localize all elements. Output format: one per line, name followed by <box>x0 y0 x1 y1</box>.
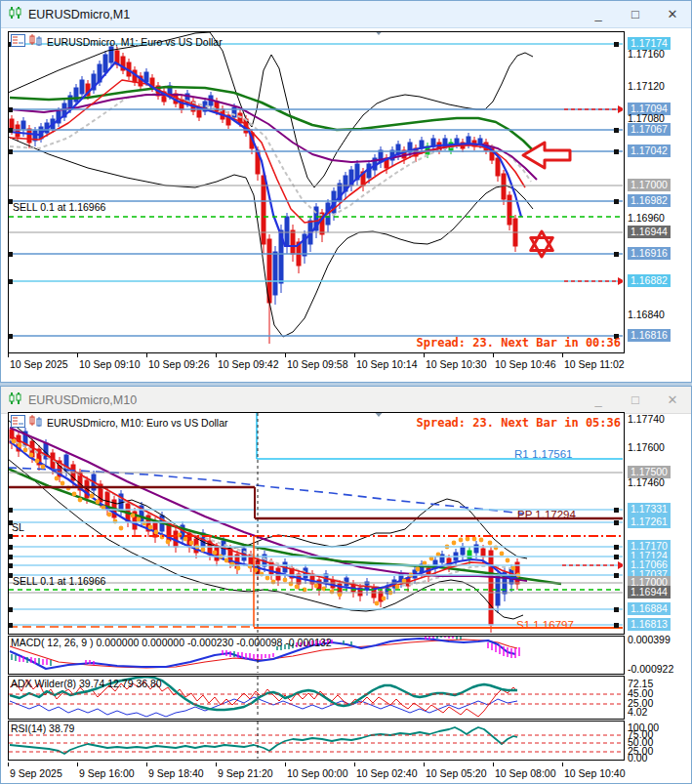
time-label: 10 Sep 2025 <box>10 358 68 370</box>
time-tick <box>146 763 147 766</box>
time-label: 9 Sep 16:00 <box>79 767 135 779</box>
time-tick <box>493 353 494 357</box>
line-anchor-handle <box>614 252 619 257</box>
line-anchor-handle <box>614 573 619 578</box>
time-tick <box>562 353 563 357</box>
time-tick <box>424 763 425 766</box>
time-label: 10 Sep 10:30 <box>426 358 486 370</box>
pivot-pp-label: PP 1.17294 <box>517 509 576 520</box>
m10-chart-header: EURUSDmicro, M10: Euro vs US Dollar <box>11 414 228 432</box>
chart-mode-icon[interactable] <box>29 33 43 51</box>
time-label: 9 Sep 2025 <box>10 767 62 779</box>
time-label: 10 Sep 11:02 <box>564 358 625 370</box>
time-label: 9 Sep 18:40 <box>148 767 204 779</box>
time-tick <box>354 763 355 766</box>
line-anchor-handle <box>8 334 13 339</box>
line-anchor-handle <box>614 623 619 628</box>
time-tick <box>8 763 9 766</box>
line-anchor-handle <box>614 555 619 559</box>
price-label: 1.17600 <box>628 441 665 454</box>
line-anchor-handle <box>8 607 13 612</box>
price-label: 1.16960 <box>628 212 665 225</box>
alert-arrow-icon <box>618 105 625 113</box>
price-label: 1.16816 <box>628 329 671 342</box>
price-label: 1.17261 <box>628 516 671 528</box>
m1-chart-header: EURUSDmicro, M1: Euro vs US Dollar <box>11 33 223 51</box>
m1-spread-label: Spread: 23. Next Bar in 00:36 <box>293 336 621 350</box>
line-anchor-handle <box>614 545 619 550</box>
time-tick <box>146 353 147 357</box>
chart-mode-icon[interactable] <box>29 414 43 432</box>
charts-canvas[interactable] <box>0 0 692 784</box>
market-depth-icon[interactable] <box>11 33 25 51</box>
m10-sell-position-label: SELL 0.1 at 1.16966 <box>13 575 105 587</box>
time-label: 10 Sep 09:26 <box>148 358 209 370</box>
time-label: 10 Sep 10:46 <box>495 358 555 370</box>
time-tick <box>77 353 78 357</box>
price-label: 1.17067 <box>628 123 671 136</box>
price-label: 0.00 <box>628 752 647 764</box>
price-label: 1.17120 <box>628 80 665 93</box>
time-tick <box>285 763 286 766</box>
price-label: 1.16884 <box>628 602 671 615</box>
time-tick <box>562 763 563 766</box>
time-label: 10 Sep 09:58 <box>287 358 347 370</box>
time-label: 10 Sep 10:40 <box>564 767 625 779</box>
line-anchor-handle <box>8 149 13 154</box>
line-anchor-handle <box>8 555 13 559</box>
line-anchor-handle <box>614 149 619 154</box>
time-tick <box>8 353 9 357</box>
rsi-indicator-header: RSI(14) 38.79 <box>11 722 74 734</box>
line-anchor-handle <box>8 107 13 112</box>
line-anchor-handle <box>8 128 13 133</box>
line-anchor-handle <box>614 508 619 513</box>
line-anchor-handle <box>8 508 13 513</box>
price-label: 0.000399 <box>628 634 671 646</box>
m10-spread-label: Spread: 23. Next Bar in 05:36 <box>293 416 621 430</box>
line-anchor-handle <box>614 520 619 525</box>
pivot-s1-label: S1 1.16797 <box>516 619 574 631</box>
time-tick <box>77 763 78 766</box>
time-tick <box>354 353 355 357</box>
price-label: 1.16944 <box>628 586 671 598</box>
chart-symbol-label: EURUSDmicro, M1: Euro vs US Dollar <box>47 36 223 48</box>
price-label: 1.17740 <box>628 413 665 426</box>
time-tick <box>424 353 425 357</box>
time-label: 10 Sep 00:00 <box>287 767 347 779</box>
chart-shift-marker-icon <box>373 28 385 35</box>
time-label: 10 Sep 02:40 <box>356 767 417 779</box>
line-anchor-handle <box>8 623 13 628</box>
price-label: 4.02 <box>628 706 647 719</box>
time-tick <box>216 763 217 766</box>
time-tick <box>216 353 217 357</box>
time-label: 9 Sep 21:20 <box>218 767 273 779</box>
price-label: 1.17042 <box>628 144 671 157</box>
price-label: 1.17000 <box>628 179 671 191</box>
m1-sell-position-label: SELL 0.1 at 1.16966 <box>13 201 105 213</box>
line-anchor-handle <box>614 607 619 612</box>
market-depth-icon[interactable] <box>11 414 25 432</box>
alert-arrow-icon <box>618 561 625 569</box>
chart-symbol-label: EURUSDmicro, M10: Euro vs US Dollar <box>47 417 228 429</box>
price-label: 1.16882 <box>628 274 671 287</box>
line-anchor-handle <box>614 128 619 133</box>
price-label: -0.000922 <box>628 663 673 676</box>
alert-arrow-icon <box>618 277 625 285</box>
pivot-r1-label: R1 1.17561 <box>514 448 572 460</box>
line-anchor-handle <box>8 563 13 568</box>
price-label: 1.17160 <box>628 48 665 61</box>
line-anchor-handle <box>8 252 13 257</box>
time-label: 10 Sep 09:42 <box>218 358 278 370</box>
line-anchor-handle <box>614 199 619 204</box>
price-label: 1.17331 <box>628 503 671 516</box>
macd-indicator-header: MACD( 12, 26, 9 ) 0.000000 0.000000 -0.0… <box>11 637 332 648</box>
time-tick <box>285 353 286 357</box>
adx-indicator-header: ADX Wilder(8) 39.74 12.79 36.80 <box>11 678 162 689</box>
line-anchor-handle <box>8 534 13 539</box>
time-label: 10 Sep 10:14 <box>356 358 417 370</box>
m10-stoploss-label: SL <box>12 521 24 533</box>
line-anchor-handle <box>614 42 619 47</box>
price-label: 1.17460 <box>628 476 665 489</box>
time-label: 10 Sep 05:20 <box>426 767 486 779</box>
price-label: 1.16944 <box>628 226 671 238</box>
